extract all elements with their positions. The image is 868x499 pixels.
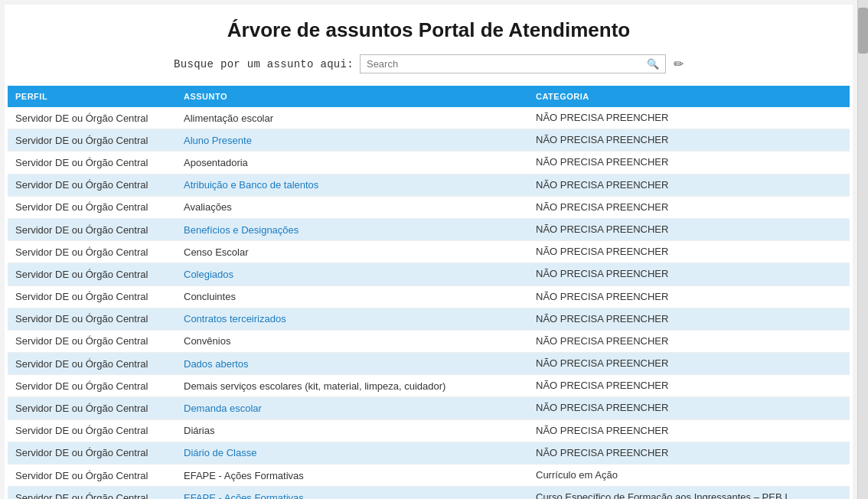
cell-assunto: Censo Escolar <box>176 241 528 263</box>
cell-assunto: Aposentadoria <box>176 152 528 174</box>
cell-categoria: NÃO PRECISA PREENCHER <box>528 308 850 330</box>
cell-assunto: Demanda escolar <box>176 397 528 419</box>
cell-perfil: Servidor DE ou Órgão Central <box>8 285 176 308</box>
cell-categoria: NÃO PRECISA PREENCHER <box>528 419 850 442</box>
cell-perfil: Servidor DE ou Órgão Central <box>8 196 176 218</box>
table-row: Servidor DE ou Órgão CentralContratos te… <box>8 308 850 330</box>
table-row: Servidor DE ou Órgão CentralDemanda esco… <box>8 397 850 419</box>
cell-categoria: NÃO PRECISA PREENCHER <box>528 107 850 129</box>
cell-categoria: Currículo em Ação <box>528 465 850 487</box>
table-row: Servidor DE ou Órgão CentralDiário de Cl… <box>8 442 850 464</box>
search-wrapper: 🔍 <box>360 54 666 73</box>
table-row: Servidor DE ou Órgão CentralEFAPE - Açõe… <box>8 487 850 499</box>
edit-pencil-icon[interactable]: ✏ <box>674 57 684 71</box>
cell-assunto: Benefícios e Designações <box>176 218 528 240</box>
cell-assunto: Avaliações <box>176 196 528 218</box>
cell-categoria: NÃO PRECISA PREENCHER <box>528 375 850 397</box>
cell-perfil: Servidor DE ou Órgão Central <box>8 152 176 174</box>
cell-assunto: Alimentação escolar <box>176 107 528 129</box>
cell-assunto: Dados abertos <box>176 353 528 375</box>
cell-categoria: NÃO PRECISA PREENCHER <box>528 285 850 308</box>
table-row: Servidor DE ou Órgão CentralColegiadosNÃ… <box>8 263 850 285</box>
cell-perfil: Servidor DE ou Órgão Central <box>8 330 176 352</box>
cell-categoria: NÃO PRECISA PREENCHER <box>528 397 850 419</box>
table-row: Servidor DE ou Órgão CentralAvaliaçõesNÃ… <box>8 196 850 218</box>
cell-categoria: NÃO PRECISA PREENCHER <box>528 353 850 375</box>
col-assunto: ASSUNTO <box>176 86 528 107</box>
table-row: Servidor DE ou Órgão CentralDemais servi… <box>8 375 850 397</box>
scrollbar-track[interactable] <box>857 0 868 499</box>
cell-categoria: NÃO PRECISA PREENCHER <box>528 129 850 152</box>
table-row: Servidor DE ou Órgão CentralConcluintesN… <box>8 285 850 308</box>
cell-perfil: Servidor DE ou Órgão Central <box>8 218 176 240</box>
cell-perfil: Servidor DE ou Órgão Central <box>8 107 176 129</box>
cell-perfil: Servidor DE ou Órgão Central <box>8 353 176 375</box>
table-header: PERFIL ASSUNTO CATEGORIA <box>8 86 850 107</box>
cell-assunto: Diárias <box>176 419 528 442</box>
cell-assunto: EFAPE - Ações Formativas <box>176 487 528 499</box>
table-row: Servidor DE ou Órgão CentralAlimentação … <box>8 107 850 129</box>
cell-perfil: Servidor DE ou Órgão Central <box>8 465 176 487</box>
table-row: Servidor DE ou Órgão CentralCenso Escola… <box>8 241 850 263</box>
cell-perfil: Servidor DE ou Órgão Central <box>8 397 176 419</box>
scrollbar-thumb[interactable] <box>858 8 868 54</box>
table-container: PERFIL ASSUNTO CATEGORIA Servidor DE ou … <box>5 86 853 499</box>
table-row: Servidor DE ou Órgão CentralBenefícios e… <box>8 218 850 240</box>
cell-assunto: Demais serviços escolares (kit, material… <box>176 375 528 397</box>
cell-assunto: Atribuição e Banco de talentos <box>176 174 528 196</box>
cell-categoria: NÃO PRECISA PREENCHER <box>528 152 850 174</box>
cell-perfil: Servidor DE ou Órgão Central <box>8 129 176 152</box>
cell-perfil: Servidor DE ou Órgão Central <box>8 419 176 442</box>
cell-assunto: Contratos terceirizados <box>176 308 528 330</box>
table-row: Servidor DE ou Órgão CentralDiáriasNÃO P… <box>8 419 850 442</box>
cell-perfil: Servidor DE ou Órgão Central <box>8 174 176 196</box>
cell-perfil: Servidor DE ou Órgão Central <box>8 487 176 499</box>
search-magnifier-icon: 🔍 <box>647 58 659 70</box>
cell-perfil: Servidor DE ou Órgão Central <box>8 375 176 397</box>
table-row: Servidor DE ou Órgão CentralDados aberto… <box>8 353 850 375</box>
cell-categoria: NÃO PRECISA PREENCHER <box>528 330 850 352</box>
table-row: Servidor DE ou Órgão CentralConvêniosNÃO… <box>8 330 850 352</box>
cell-assunto: Concluintes <box>176 285 528 308</box>
table-row: Servidor DE ou Órgão CentralAposentadori… <box>8 152 850 174</box>
search-label: Busque por um assunto aqui: <box>174 58 354 70</box>
cell-categoria: NÃO PRECISA PREENCHER <box>528 174 850 196</box>
cell-assunto: EFAPE - Ações Formativas <box>176 465 528 487</box>
cell-categoria: NÃO PRECISA PREENCHER <box>528 218 850 240</box>
cell-categoria: Curso Específico de Formação aos Ingress… <box>528 487 850 499</box>
cell-assunto: Aluno Presente <box>176 129 528 152</box>
table-row: Servidor DE ou Órgão CentralAluno Presen… <box>8 129 850 152</box>
cell-perfil: Servidor DE ou Órgão Central <box>8 241 176 263</box>
table-body: Servidor DE ou Órgão CentralAlimentação … <box>8 107 850 499</box>
cell-categoria: NÃO PRECISA PREENCHER <box>528 241 850 263</box>
table-row: Servidor DE ou Órgão CentralEFAPE - Açõe… <box>8 465 850 487</box>
cell-assunto: Colegiados <box>176 263 528 285</box>
col-categoria: CATEGORIA <box>528 86 850 107</box>
table-row: Servidor DE ou Órgão CentralAtribuição e… <box>8 174 850 196</box>
cell-assunto: Diário de Classe <box>176 442 528 464</box>
cell-categoria: NÃO PRECISA PREENCHER <box>528 263 850 285</box>
search-row: Busque por um assunto aqui: 🔍 ✏ <box>5 54 853 73</box>
cell-perfil: Servidor DE ou Órgão Central <box>8 308 176 330</box>
cell-perfil: Servidor DE ou Órgão Central <box>8 263 176 285</box>
page-title: Árvore de assuntos Portal de Atendimento <box>5 5 853 54</box>
cell-categoria: NÃO PRECISA PREENCHER <box>528 442 850 464</box>
cell-perfil: Servidor DE ou Órgão Central <box>8 442 176 464</box>
cell-assunto: Convênios <box>176 330 528 352</box>
cell-categoria: NÃO PRECISA PREENCHER <box>528 196 850 218</box>
col-perfil: PERFIL <box>8 86 176 107</box>
search-input[interactable] <box>367 58 644 70</box>
